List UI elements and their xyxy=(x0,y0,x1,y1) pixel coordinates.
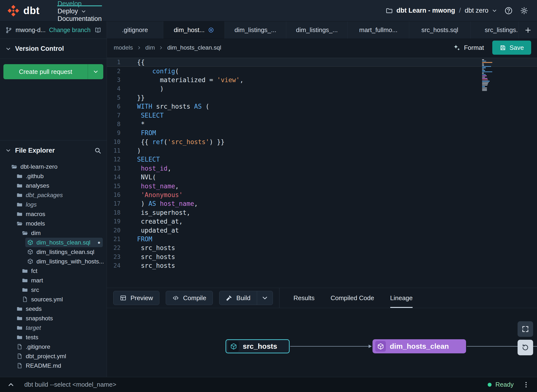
kebab-menu-icon[interactable] xyxy=(522,381,530,388)
command-prompt[interactable]: dbt build --select <model_name> xyxy=(24,381,116,388)
tree-item-label: README.md xyxy=(26,362,61,369)
chevron-up-icon xyxy=(7,381,15,388)
tree-item-src[interactable]: src xyxy=(20,285,103,295)
tree-item-label: dbt_project.yml xyxy=(26,353,66,360)
lineage-node-src-hosts[interactable]: src_hosts xyxy=(225,339,290,353)
change-branch-link[interactable]: Change branch xyxy=(49,26,91,34)
compile-button[interactable]: Compile xyxy=(166,291,213,305)
code-line-17[interactable]: 17 ) AS host_name, xyxy=(107,199,537,208)
tab-gitignore[interactable]: .gitignore xyxy=(107,21,163,39)
tree-item-dim[interactable]: dim xyxy=(20,228,103,238)
code-line-12[interactable]: 12SELECT xyxy=(107,155,537,164)
tab-dim-listings[interactable]: dim_listings_... xyxy=(286,21,348,39)
new-tab-button[interactable] xyxy=(519,21,537,39)
create-pull-request-split-button: Create pull request xyxy=(3,64,103,79)
hammer-icon xyxy=(226,295,233,301)
code-line-6[interactable]: 6WITH src_hosts AS ( xyxy=(107,102,537,111)
help-icon[interactable] xyxy=(504,7,513,15)
code-line-1[interactable]: 1{{ xyxy=(107,58,537,67)
code-line-2[interactable]: 2 config( xyxy=(107,67,537,75)
tab-src-listings[interactable]: src_listings. xyxy=(471,21,519,39)
code-line-10[interactable]: 10 {{ ref('src_hosts') }} xyxy=(107,138,537,146)
minimap-line xyxy=(482,82,489,83)
file-explorer-header[interactable]: File Explorer xyxy=(0,140,107,160)
code-line-9[interactable]: 9 FROM xyxy=(107,129,537,137)
code-line-8[interactable]: 8 * xyxy=(107,120,537,129)
minimap[interactable] xyxy=(482,59,496,91)
tree-item-readme-md[interactable]: README.md xyxy=(15,361,103,370)
tree-item-target[interactable]: target xyxy=(15,323,103,332)
tree-item-dbt-project-yml[interactable]: dbt_project.yml xyxy=(15,351,103,361)
lineage-node-dim-hosts-clean[interactable]: dim_hosts_clean xyxy=(372,339,466,353)
code-line-22[interactable]: 22 src_hosts xyxy=(107,244,537,252)
tree-item-gitignore[interactable]: .gitignore xyxy=(15,342,103,351)
code-line-16[interactable]: 16 'Anonymous' xyxy=(107,191,537,199)
reset-view-button[interactable] xyxy=(518,340,533,355)
tab-mart-fullmo[interactable]: mart_fullmo... xyxy=(348,21,409,39)
code-line-13[interactable]: 13 host_id, xyxy=(107,164,537,173)
breadcrumb-dim-hosts-clean-sql[interactable]: dim_hosts_clean.sql xyxy=(167,44,221,51)
tree-item-analyses[interactable]: analyses xyxy=(15,181,103,190)
tree-item-tests[interactable]: tests xyxy=(15,332,103,342)
create-pull-request-button[interactable]: Create pull request xyxy=(3,64,88,79)
code-line-11[interactable]: 11) xyxy=(107,146,537,155)
book-icon[interactable] xyxy=(95,27,101,34)
lineage-canvas[interactable]: src_hostsdim_hosts_cleandim_listings_wit… xyxy=(107,308,537,377)
code-line-15[interactable]: 15 host_name, xyxy=(107,182,537,190)
tree-item-models[interactable]: models xyxy=(15,219,103,228)
tree-item-dim-listings-with-hosts[interactable]: dim_listings_with_hosts... xyxy=(25,257,103,266)
tab-dim-host[interactable]: dim_host... xyxy=(163,21,225,39)
nav-item-develop[interactable]: Develop xyxy=(50,0,109,8)
breadcrumb-dim[interactable]: dim xyxy=(145,44,155,51)
tree-item-snapshots[interactable]: snapshots xyxy=(15,314,103,323)
fullscreen-button[interactable] xyxy=(518,321,533,337)
code-line-7[interactable]: 7 SELECT xyxy=(107,111,537,120)
tree-item-logs[interactable]: logs xyxy=(15,200,103,209)
code-line-20[interactable]: 20 updated_at xyxy=(107,226,537,235)
line-number: 13 xyxy=(107,165,127,172)
panel-tab-lineage[interactable]: Lineage xyxy=(390,288,413,308)
tree-item-dim-hosts-clean-sql[interactable]: dim_hosts_clean.sql• xyxy=(25,238,103,247)
panel-tab-results[interactable]: Results xyxy=(294,288,315,308)
code-line-21[interactable]: 21FROM xyxy=(107,235,537,244)
breadcrumb-models[interactable]: models xyxy=(114,44,133,51)
tab-src-hosts-sql[interactable]: src_hosts.sql xyxy=(409,21,471,39)
tree-item-macros[interactable]: macros xyxy=(15,209,103,219)
gear-icon[interactable] xyxy=(520,7,528,15)
version-control-header[interactable]: Version Control xyxy=(0,39,107,59)
code-line-4[interactable]: 4 ) xyxy=(107,84,537,93)
nav-item-documentation[interactable]: Documentation xyxy=(50,15,109,23)
create-pull-request-dropdown[interactable] xyxy=(88,64,103,79)
tree-item-seeds[interactable]: seeds xyxy=(15,304,103,314)
format-button[interactable]: Format xyxy=(453,44,484,52)
panel-tab-compiled-code[interactable]: Compiled Code xyxy=(330,288,374,308)
code-line-3[interactable]: 3 materialized = 'view', xyxy=(107,76,537,84)
tree-item-sources-yml[interactable]: sources.yml xyxy=(20,295,103,304)
nav-item-deploy[interactable]: Deploy xyxy=(50,8,109,15)
tree-item-github[interactable]: .github xyxy=(15,171,103,181)
tree-item-dbt-packages[interactable]: dbt_packages xyxy=(15,190,103,200)
dbt-logo[interactable]: dbt xyxy=(7,0,40,21)
build-button[interactable]: Build xyxy=(219,291,273,305)
tree-item-dim-listings-clean-sql[interactable]: dim_listings_clean.sql xyxy=(25,247,103,257)
code-line-5[interactable]: 5}} xyxy=(107,93,537,102)
project-selector[interactable]: dbt Learn - mwong / dbt zero xyxy=(386,7,497,14)
model-cube-icon xyxy=(228,341,239,352)
preview-label: Preview xyxy=(130,294,153,302)
preview-button[interactable]: Preview xyxy=(113,291,159,305)
collapse-panel-button[interactable] xyxy=(7,381,15,388)
tab-dim-listings[interactable]: dim_listings_... xyxy=(225,21,286,39)
code-line-24[interactable]: 24 src_hosts xyxy=(107,261,537,270)
search-icon[interactable] xyxy=(94,147,101,154)
save-button[interactable]: Save xyxy=(492,41,531,55)
code-editor[interactable]: 1{{2 config(3 materialized = 'view',4 )5… xyxy=(107,56,537,288)
tree-item-mart[interactable]: mart xyxy=(20,276,103,285)
tab-label: mart_fullmo... xyxy=(359,26,398,34)
tree-item-dbt-learn-zero[interactable]: dbt-learn-zero xyxy=(9,162,103,171)
code-line-23[interactable]: 23 src_hosts xyxy=(107,253,537,261)
build-dropdown[interactable] xyxy=(257,291,273,305)
code-line-18[interactable]: 18 is_superhost, xyxy=(107,208,537,217)
code-line-14[interactable]: 14 NVL( xyxy=(107,173,537,182)
tree-item-fct[interactable]: fct xyxy=(20,266,103,276)
code-line-19[interactable]: 19 created_at, xyxy=(107,217,537,226)
